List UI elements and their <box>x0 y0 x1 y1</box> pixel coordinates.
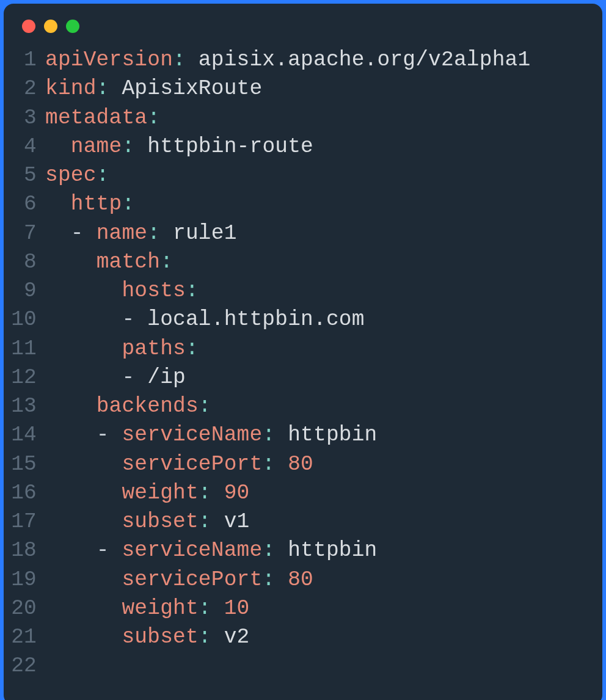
code-content: name: httpbin-route <box>45 132 590 161</box>
code-line: 16 weight: 90 <box>10 478 590 507</box>
yaml-number: 10 <box>224 596 250 620</box>
yaml-text <box>45 250 97 274</box>
line-number: 13 <box>10 392 45 420</box>
code-line: 15 servicePort: 80 <box>10 450 590 478</box>
line-number: 1 <box>10 45 45 74</box>
yaml-text <box>211 596 224 620</box>
yaml-text <box>45 134 71 158</box>
yaml-text <box>45 538 97 562</box>
yaml-text <box>45 394 97 418</box>
yaml-number: 80 <box>288 567 313 591</box>
code-content: - name: rule1 <box>45 219 590 247</box>
yaml-text <box>84 221 97 245</box>
line-number: 22 <box>10 651 45 680</box>
yaml-number: 80 <box>288 452 313 476</box>
code-line: 3metadata: <box>10 103 590 132</box>
code-line: 18 - serviceName: httpbin <box>10 536 590 564</box>
yaml-text <box>275 567 288 591</box>
code-line: 12 - /ip <box>10 363 590 392</box>
yaml-dash: - <box>97 538 109 562</box>
line-number: 12 <box>10 363 45 392</box>
yaml-text: rule1 <box>160 221 236 245</box>
yaml-text <box>109 538 122 562</box>
code-content: metadata: <box>45 103 590 132</box>
line-number: 8 <box>10 247 45 276</box>
yaml-text: /ip <box>134 365 186 389</box>
line-number: 21 <box>10 622 45 651</box>
yaml-text: v2 <box>211 625 250 649</box>
yaml-key: servicePort <box>122 567 262 591</box>
line-number: 4 <box>10 132 45 161</box>
line-number: 18 <box>10 536 45 564</box>
close-icon[interactable] <box>22 20 35 33</box>
minimize-icon[interactable] <box>44 20 57 33</box>
yaml-colon: : <box>262 452 275 476</box>
code-line: 22 <box>10 651 590 680</box>
line-number: 5 <box>10 161 45 189</box>
yaml-text <box>109 423 122 447</box>
yaml-colon: : <box>97 76 109 100</box>
yaml-colon: : <box>173 48 186 71</box>
yaml-key: apiVersion <box>45 48 173 71</box>
yaml-text <box>45 452 122 476</box>
yaml-colon: : <box>147 221 160 245</box>
yaml-key: subset <box>122 509 198 533</box>
code-content: kind: ApisixRoute <box>45 74 590 103</box>
yaml-dash: - <box>71 221 84 245</box>
line-number: 20 <box>10 594 45 622</box>
yaml-key: metadata <box>45 106 147 129</box>
code-content <box>45 651 590 680</box>
yaml-colon: : <box>122 192 134 216</box>
yaml-dash: - <box>122 307 134 331</box>
yaml-key: name <box>97 221 148 245</box>
line-number: 2 <box>10 74 45 103</box>
code-content: - serviceName: httpbin <box>45 420 590 449</box>
yaml-colon: : <box>262 567 275 591</box>
yaml-text: apisix.apache.org/v2alpha1 <box>186 48 530 71</box>
code-line: 17 subset: v1 <box>10 507 590 536</box>
yaml-colon: : <box>147 106 160 129</box>
yaml-key: servicePort <box>122 452 262 476</box>
window-titlebar <box>4 4 602 38</box>
code-content: - local.httpbin.com <box>45 305 590 334</box>
code-line: 19 servicePort: 80 <box>10 565 590 594</box>
yaml-key: subset <box>122 625 198 649</box>
code-content: - /ip <box>45 363 590 392</box>
code-line: 13 backends: <box>10 392 590 420</box>
code-content: subset: v1 <box>45 507 590 536</box>
yaml-colon: : <box>199 481 211 505</box>
yaml-key: weight <box>122 481 198 505</box>
yaml-text <box>45 423 97 447</box>
yaml-colon: : <box>186 337 199 360</box>
code-content: weight: 10 <box>45 594 590 622</box>
yaml-text: local.httpbin.com <box>134 307 364 331</box>
code-line: 9 hosts: <box>10 276 590 305</box>
yaml-text <box>45 279 122 302</box>
yaml-colon: : <box>262 423 275 447</box>
zoom-icon[interactable] <box>66 20 79 33</box>
yaml-colon: : <box>160 250 173 274</box>
yaml-text: httpbin <box>275 538 377 562</box>
code-content: - serviceName: httpbin <box>45 536 590 564</box>
yaml-key: paths <box>122 337 186 360</box>
yaml-text <box>45 481 122 505</box>
code-content: servicePort: 80 <box>45 450 590 478</box>
yaml-dash: - <box>97 423 109 447</box>
code-content: subset: v2 <box>45 622 590 651</box>
code-line: 4 name: httpbin-route <box>10 132 590 161</box>
yaml-colon: : <box>186 279 199 302</box>
yaml-text: httpbin-route <box>134 134 313 158</box>
yaml-key: kind <box>45 76 97 100</box>
code-line: 8 match: <box>10 247 590 276</box>
code-content: servicePort: 80 <box>45 565 590 594</box>
line-number: 10 <box>10 305 45 334</box>
yaml-key: serviceName <box>122 423 262 447</box>
yaml-text <box>45 337 122 360</box>
code-line: 1apiVersion: apisix.apache.org/v2alpha1 <box>10 45 590 74</box>
yaml-text <box>45 307 122 331</box>
code-content: weight: 90 <box>45 478 590 507</box>
code-line: 14 - serviceName: httpbin <box>10 420 590 449</box>
yaml-text <box>45 509 122 533</box>
yaml-colon: : <box>97 163 109 187</box>
yaml-text <box>211 481 224 505</box>
